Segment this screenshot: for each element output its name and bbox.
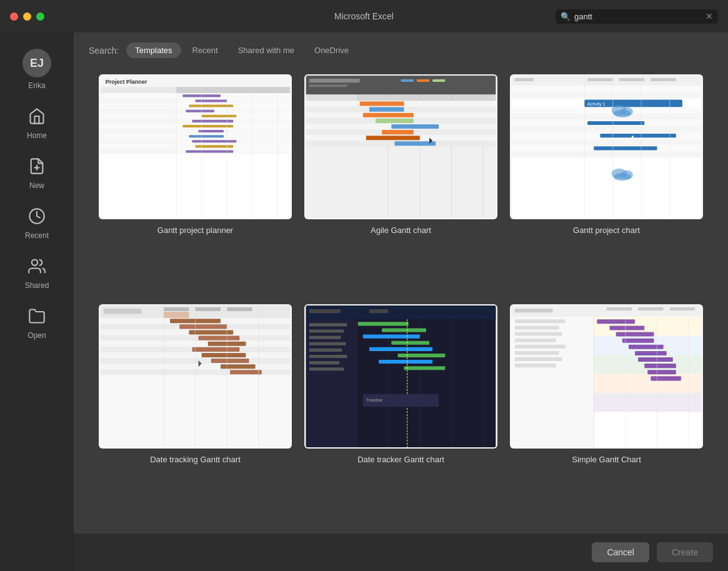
svg-rect-122 (179, 324, 227, 329)
svg-rect-56 (432, 79, 445, 82)
svg-rect-13 (176, 98, 290, 103)
svg-rect-87 (512, 92, 702, 98)
sidebar-item-new[interactable]: New (0, 149, 74, 199)
traffic-lights (10, 12, 44, 21)
svg-rect-195 (616, 332, 654, 336)
svg-rect-153 (309, 348, 342, 351)
svg-rect-72 (391, 124, 439, 129)
svg-rect-7 (101, 87, 176, 93)
svg-rect-168 (379, 360, 432, 364)
sidebar-user-label: Erika (28, 81, 45, 90)
search-clear-icon[interactable]: ✕ (706, 12, 713, 21)
svg-rect-192 (594, 392, 701, 411)
filter-tab-shared[interactable]: Shared with me (229, 42, 303, 58)
sidebar-new-label: New (29, 181, 44, 190)
svg-text:Project Planner: Project Planner (106, 79, 147, 85)
svg-rect-169 (404, 366, 446, 370)
minimize-button[interactable] (23, 12, 31, 21)
template-thumbnail-date-tracker: Timeline (304, 304, 497, 449)
sidebar-item-open[interactable]: Open (0, 299, 74, 349)
svg-rect-147 (369, 309, 388, 313)
template-thumbnail-gantt-project-chart: Activity 1 ▶ (510, 74, 703, 219)
svg-rect-163 (382, 328, 426, 332)
sidebar-recent-label: Recent (25, 231, 49, 240)
sidebar: EJ Erika Home (0, 32, 74, 571)
content-area: Search: Templates Recent Shared with me … (74, 32, 728, 571)
template-card-gantt-project-chart[interactable]: Activity 1 ▶ (510, 74, 703, 292)
svg-rect-82 (515, 78, 534, 81)
svg-rect-53 (309, 84, 347, 87)
sidebar-item-user[interactable]: EJ Erika (0, 40, 74, 99)
svg-rect-134 (211, 359, 249, 363)
svg-rect-191 (594, 374, 701, 392)
svg-rect-74 (382, 130, 414, 134)
svg-rect-91 (512, 114, 702, 120)
template-name-gantt-planner: Gantt project planner (157, 226, 233, 235)
sidebar-home-label: Home (27, 131, 47, 140)
svg-rect-149 (309, 323, 347, 326)
maximize-button[interactable] (36, 12, 44, 21)
svg-rect-93 (587, 121, 644, 125)
svg-rect-64 (360, 102, 404, 106)
svg-rect-180 (515, 319, 566, 323)
svg-rect-12 (101, 98, 176, 103)
svg-rect-117 (227, 307, 252, 311)
svg-text:Timeline: Timeline (366, 397, 383, 402)
template-card-gantt-planner[interactable]: Project Planner (99, 74, 292, 292)
close-button[interactable] (10, 12, 18, 21)
svg-rect-200 (644, 364, 676, 368)
sidebar-item-shared[interactable]: Shared (0, 249, 74, 299)
template-card-date-tracker[interactable]: Timeline Date tracker Gantt chart (304, 304, 497, 522)
svg-point-3 (32, 260, 37, 266)
template-card-agile-gantt[interactable]: Agile Gantt chart (304, 74, 497, 292)
cancel-button[interactable]: Cancel (592, 542, 649, 562)
svg-rect-151 (309, 335, 341, 339)
svg-rect-17 (189, 105, 233, 107)
svg-rect-38 (192, 140, 236, 142)
create-button[interactable]: Create (657, 542, 713, 562)
svg-rect-116 (196, 307, 221, 311)
svg-rect-193 (597, 319, 635, 324)
global-search-bar: 🔍 ✕ (556, 9, 718, 24)
svg-rect-186 (515, 357, 562, 361)
svg-rect-58 (357, 94, 496, 101)
window-title: Microsoft Excel (334, 11, 394, 21)
svg-rect-177 (638, 307, 663, 310)
svg-text:Activity 1: Activity 1 (587, 102, 605, 107)
template-thumbnail-date-tracking (99, 304, 292, 449)
template-name-agile-gantt: Agile Gantt chart (371, 226, 431, 235)
template-name-simple-gantt: Simple Gantt Chart (572, 455, 641, 464)
sidebar-item-home[interactable]: Home (0, 99, 74, 149)
filter-tab-recent[interactable]: Recent (184, 42, 227, 58)
svg-rect-76 (366, 136, 420, 140)
svg-rect-175 (515, 309, 553, 312)
filter-tab-onedrive[interactable]: OneDrive (306, 42, 357, 58)
sidebar-item-recent[interactable]: Recent (0, 199, 74, 249)
svg-rect-24 (101, 119, 176, 124)
svg-rect-35 (189, 135, 224, 137)
svg-rect-184 (515, 344, 566, 348)
svg-rect-162 (358, 322, 409, 325)
svg-rect-130 (192, 347, 239, 351)
svg-rect-90 (512, 107, 702, 114)
search-input[interactable] (574, 12, 702, 21)
svg-rect-179 (512, 317, 594, 448)
filter-bar: Search: Templates Recent Shared with me … (74, 32, 728, 68)
template-card-date-tracking[interactable]: Date tracking Gantt chart (99, 304, 292, 522)
svg-rect-23 (202, 115, 237, 117)
svg-rect-20 (186, 110, 214, 112)
svg-rect-156 (309, 367, 344, 370)
svg-rect-165 (391, 340, 429, 344)
svg-rect-57 (306, 94, 357, 101)
svg-rect-33 (101, 134, 176, 139)
filter-tab-templates[interactable]: Templates (126, 42, 181, 58)
svg-rect-124 (189, 330, 233, 334)
template-name-gantt-project-chart: Gantt project chart (573, 226, 640, 235)
svg-rect-101 (512, 151, 702, 157)
template-card-simple-gantt[interactable]: Simple Gantt Chart (510, 304, 703, 522)
svg-rect-66 (369, 107, 404, 112)
svg-rect-29 (182, 125, 233, 127)
template-thumbnail-simple-gantt (510, 304, 703, 449)
svg-rect-152 (309, 342, 346, 345)
svg-rect-84 (619, 78, 644, 81)
